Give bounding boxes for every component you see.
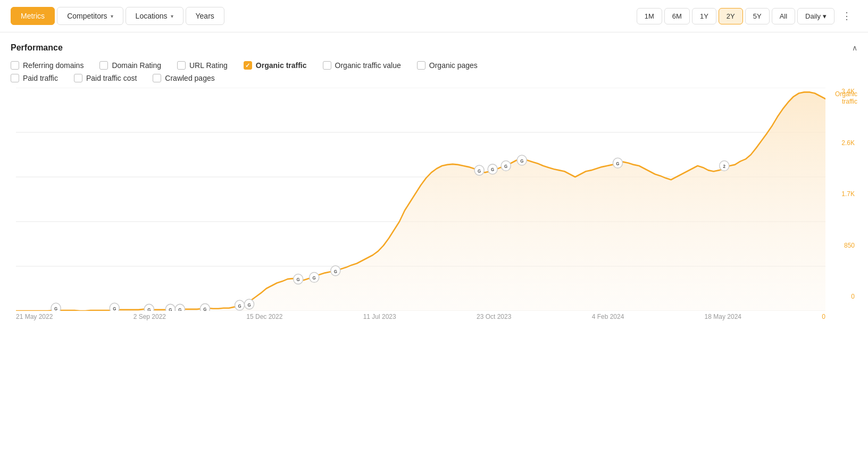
- svg-text:G: G: [478, 168, 481, 173]
- svg-text:G: G: [504, 164, 507, 169]
- metric-label-url-rating: URL Rating: [189, 61, 228, 70]
- y-label-2600: 2.6K: [841, 139, 855, 147]
- metric-label-paid-traffic: Paid traffic: [23, 74, 58, 82]
- svg-text:G: G: [113, 307, 116, 311]
- more-options-button[interactable]: ⋮: [837, 6, 857, 26]
- svg-text:G: G: [616, 162, 619, 166]
- performance-section: Performance ∧ Referring domainsDomain Ra…: [0, 32, 868, 320]
- metric-label-organic-pages: Organic pages: [429, 61, 478, 70]
- right-controls: 1M6M1Y2Y5YAllDaily ▾⋮: [637, 6, 857, 26]
- chart-series-label: Organic traffic: [827, 90, 857, 105]
- metric-item-organic-pages[interactable]: Organic pages: [417, 61, 478, 70]
- svg-text:G: G: [178, 308, 181, 311]
- tab-years[interactable]: Years: [186, 7, 224, 25]
- x-label-oct2023: 23 Oct 2023: [477, 313, 511, 320]
- metric-label-referring-domains: Referring domains: [23, 61, 84, 70]
- perf-header: Performance ∧: [11, 43, 857, 53]
- y-label-850: 850: [841, 242, 855, 249]
- daily-chevron-icon: ▾: [823, 12, 827, 20]
- locations-chevron-icon: ▾: [171, 13, 173, 19]
- collapse-button[interactable]: ∧: [852, 44, 857, 52]
- chart-svg: G G G G G G G G G G: [16, 88, 825, 311]
- metric-label-crawled-pages: Crawled pages: [165, 74, 214, 82]
- x-axis-labels: 21 May 2022 2 Sep 2022 15 Dec 2022 11 Ju…: [16, 311, 825, 320]
- svg-text:G: G: [169, 308, 172, 311]
- granularity-button[interactable]: Daily ▾: [797, 8, 834, 24]
- x-label-last: 0: [822, 313, 825, 320]
- checkbox-organic-pages[interactable]: [417, 61, 425, 70]
- x-label-jul2023: 11 Jul 2023: [363, 313, 396, 320]
- checkbox-paid-traffic-cost[interactable]: [74, 74, 82, 82]
- checkbox-referring-domains[interactable]: [11, 61, 19, 70]
- metric-label-domain-rating: Domain Rating: [112, 61, 161, 70]
- x-label-may2024: 18 May 2024: [705, 313, 741, 320]
- svg-text:G: G: [147, 308, 151, 311]
- chart-area: Organic traffic: [11, 88, 857, 320]
- competitors-chevron-icon: ▾: [111, 13, 113, 19]
- tab-metrics[interactable]: Metrics: [11, 7, 55, 25]
- metric-item-organic-traffic-value[interactable]: Organic traffic value: [323, 61, 401, 70]
- svg-text:G: G: [334, 269, 337, 274]
- time-btn-2y[interactable]: 2Y: [719, 8, 743, 24]
- metric-item-paid-traffic-cost[interactable]: Paid traffic cost: [74, 74, 137, 82]
- metric-item-url-rating[interactable]: URL Rating: [177, 61, 228, 70]
- performance-title: Performance: [11, 43, 63, 53]
- svg-text:G: G: [491, 167, 494, 172]
- checkbox-organic-traffic-value[interactable]: [323, 61, 331, 70]
- checkbox-domain-rating[interactable]: [99, 61, 108, 70]
- checkbox-organic-traffic[interactable]: [244, 61, 252, 70]
- svg-text:G: G: [297, 277, 300, 282]
- time-btn-5y[interactable]: 5Y: [745, 8, 770, 24]
- x-label-feb2024: 4 Feb 2024: [592, 313, 624, 320]
- x-label-sep2022: 2 Sep 2022: [133, 313, 166, 320]
- x-label-may2022: 21 May 2022: [16, 313, 53, 320]
- svg-text:G: G: [520, 159, 523, 164]
- tab-competitors[interactable]: Competitors▾: [57, 7, 123, 25]
- metric-item-domain-rating[interactable]: Domain Rating: [99, 61, 161, 70]
- svg-text:G: G: [247, 302, 251, 307]
- metric-item-referring-domains[interactable]: Referring domains: [11, 61, 84, 70]
- metrics-row-2: Paid trafficPaid traffic costCrawled pag…: [11, 74, 857, 82]
- y-label-0: 0: [841, 293, 855, 300]
- metric-label-organic-traffic: Organic traffic: [256, 61, 307, 70]
- time-btn-1m[interactable]: 1M: [637, 8, 662, 24]
- x-label-dec2022: 15 Dec 2022: [246, 313, 282, 320]
- left-tabs: MetricsCompetitors▾Locations▾Years: [11, 7, 224, 25]
- metric-item-organic-traffic[interactable]: Organic traffic: [244, 61, 307, 70]
- chart-container: G G G G G G G G G G: [16, 88, 825, 311]
- checkbox-url-rating[interactable]: [177, 61, 186, 70]
- metric-item-crawled-pages[interactable]: Crawled pages: [153, 74, 214, 82]
- metric-label-paid-traffic-cost: Paid traffic cost: [86, 74, 137, 82]
- metric-item-paid-traffic[interactable]: Paid traffic: [11, 74, 58, 82]
- checkbox-crawled-pages[interactable]: [153, 74, 161, 82]
- checkbox-paid-traffic[interactable]: [11, 74, 19, 82]
- svg-text:G: G: [238, 304, 241, 309]
- svg-text:2: 2: [723, 164, 726, 169]
- time-btn-all[interactable]: All: [772, 8, 795, 24]
- metric-label-organic-traffic-value: Organic traffic value: [335, 61, 401, 70]
- time-btn-1y[interactable]: 1Y: [692, 8, 716, 24]
- top-bar: MetricsCompetitors▾Locations▾Years 1M6M1…: [0, 0, 868, 32]
- time-btn-6m[interactable]: 6M: [664, 8, 690, 24]
- metrics-row-1: Referring domainsDomain RatingURL Rating…: [11, 61, 857, 70]
- y-label-1700: 1.7K: [841, 190, 855, 198]
- tab-locations[interactable]: Locations▾: [126, 7, 183, 25]
- svg-text:G: G: [54, 307, 57, 311]
- svg-text:G: G: [203, 307, 206, 311]
- svg-text:G: G: [313, 276, 316, 281]
